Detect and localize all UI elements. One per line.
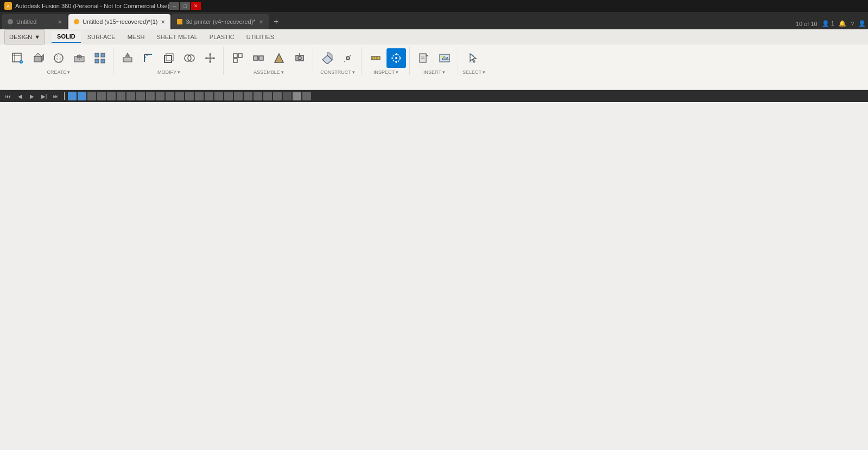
status-icon-23[interactable] (283, 92, 292, 100)
svg-point-43 (346, 56, 350, 60)
construct-tools (318, 47, 358, 69)
tab-utilities[interactable]: UTILITIES (241, 31, 280, 43)
playback-prev-button[interactable]: ◀ (15, 91, 25, 101)
status-icon-19[interactable] (244, 92, 252, 100)
tab-untitled[interactable]: Untitled ✕ (2, 14, 67, 29)
status-icon-10[interactable] (156, 92, 164, 100)
fillet-button[interactable] (138, 48, 158, 68)
joint3-button[interactable] (290, 48, 309, 68)
status-icon-2[interactable] (78, 92, 86, 100)
tab-label-recovered: Untitled (v15~recovered)*(1) (83, 18, 157, 25)
status-icon-21[interactable] (263, 92, 272, 100)
tab-plastic[interactable]: PLASTIC (204, 31, 240, 43)
add-tab-button[interactable]: + (270, 14, 283, 29)
inspect-label[interactable]: INSPECT ▾ (373, 69, 398, 75)
joint-button[interactable] (249, 48, 268, 68)
design-mode-dropdown[interactable]: DESIGN ▼ (4, 29, 45, 45)
tab-solid[interactable]: SOLID (52, 31, 81, 43)
svg-marker-36 (275, 54, 283, 62)
status-icon-12[interactable] (175, 92, 184, 100)
tab-recovered[interactable]: Untitled (v15~recovered)*(1) ✕ (68, 14, 170, 29)
move-icon (204, 52, 216, 64)
window-controls: ─ □ ✕ (169, 2, 201, 10)
insert-tools (414, 47, 454, 69)
assemble-label[interactable]: ASSEMBLE ▾ (254, 69, 284, 75)
playback-next-button[interactable]: ▶| (39, 91, 49, 101)
status-icon-4[interactable] (97, 92, 106, 100)
assemble1-button[interactable] (228, 48, 248, 68)
construct-dropdown-arrow: ▾ (352, 69, 355, 75)
tab-close-3dprinter-icon[interactable]: ✕ (259, 19, 263, 25)
playback-play-button[interactable]: ▶ (27, 91, 37, 101)
status-icon-16[interactable] (214, 92, 223, 100)
tab-close-icon[interactable]: ✕ (58, 19, 62, 25)
tab-close-recovered-icon[interactable]: ✕ (161, 19, 165, 25)
status-icon-22[interactable] (273, 92, 282, 100)
construct2-button[interactable] (338, 48, 358, 68)
create-label[interactable]: CREATE ▾ (47, 69, 71, 75)
extrude-button[interactable] (28, 48, 48, 68)
joint2-button[interactable] (269, 48, 289, 68)
modify-label[interactable]: MODIFY ▾ (157, 69, 180, 75)
status-icon-18[interactable] (234, 92, 243, 100)
revolve-button[interactable] (49, 48, 68, 68)
hole-button[interactable] (69, 48, 89, 68)
insert-group: INSERT ▾ (411, 47, 458, 75)
combine-button[interactable] (180, 48, 199, 68)
help-icon[interactable]: ? (851, 21, 854, 27)
status-icon-7[interactable] (126, 92, 135, 100)
status-icon-3[interactable] (87, 92, 96, 100)
status-icon-15[interactable] (205, 92, 213, 100)
tab-mesh[interactable]: MESH (122, 31, 150, 43)
ribbon-tools: CREATE ▾ (0, 45, 868, 77)
modify-dropdown-arrow: ▾ (178, 69, 180, 75)
status-icon-6[interactable] (117, 92, 125, 100)
tab-surface[interactable]: SURFACE (82, 31, 121, 43)
status-icon-13[interactable] (185, 92, 194, 100)
tab-sheet-metal[interactable]: SHEET METAL (151, 31, 202, 43)
svg-rect-0 (12, 53, 21, 62)
move-button[interactable] (200, 48, 220, 68)
new-sketch-button[interactable] (8, 48, 27, 68)
shell-button[interactable] (159, 48, 179, 68)
status-icon-25[interactable] (302, 92, 311, 100)
svg-rect-14 (95, 53, 99, 57)
select-cursor-button[interactable] (464, 48, 484, 68)
status-icon-11[interactable] (166, 92, 174, 100)
user-avatar[interactable]: 👤 (858, 20, 866, 27)
maximize-button[interactable]: □ (180, 2, 190, 10)
select-group: SELECT ▾ (459, 47, 489, 75)
status-icon-20[interactable] (254, 92, 262, 100)
svg-point-61 (441, 56, 443, 58)
playback-start-button[interactable]: ⏮ (3, 91, 13, 101)
pattern-button[interactable] (90, 48, 110, 68)
status-icon-8[interactable] (136, 92, 145, 100)
inspect-highlight-button[interactable] (387, 48, 406, 68)
construct-label[interactable]: CONSTRUCT ▾ (320, 69, 355, 75)
status-icon-24[interactable] (293, 92, 301, 100)
playback-end-button[interactable]: ⏭ (51, 91, 61, 101)
select-label[interactable]: SELECT ▾ (462, 69, 485, 75)
insert2-button[interactable] (435, 48, 454, 68)
status-icon-5[interactable] (107, 92, 116, 100)
minimize-button[interactable]: ─ (169, 2, 179, 10)
status-icon-14[interactable] (195, 92, 204, 100)
insert-label[interactable]: INSERT ▾ (423, 69, 445, 75)
joint3-icon (294, 52, 306, 64)
hole-icon (73, 52, 85, 64)
construct1-button[interactable] (318, 48, 337, 68)
tab-3dprinter[interactable]: 3d printer (v4~recovered)* ✕ (172, 14, 268, 29)
notification-icon[interactable]: 🔔 (839, 20, 846, 27)
status-icon-9[interactable] (146, 92, 155, 100)
status-icon-17[interactable] (224, 92, 233, 100)
tab-icon-recovered (74, 19, 79, 24)
status-icon-1[interactable] (68, 92, 77, 100)
press-pull-button[interactable] (118, 48, 137, 68)
status-icon-group (68, 92, 311, 100)
measure-button[interactable] (366, 48, 385, 68)
assemble-tools (228, 47, 309, 69)
close-button[interactable]: ✕ (191, 2, 201, 10)
tab-label: Untitled (16, 18, 36, 25)
insert1-button[interactable] (414, 48, 434, 68)
create-tools (8, 47, 110, 69)
